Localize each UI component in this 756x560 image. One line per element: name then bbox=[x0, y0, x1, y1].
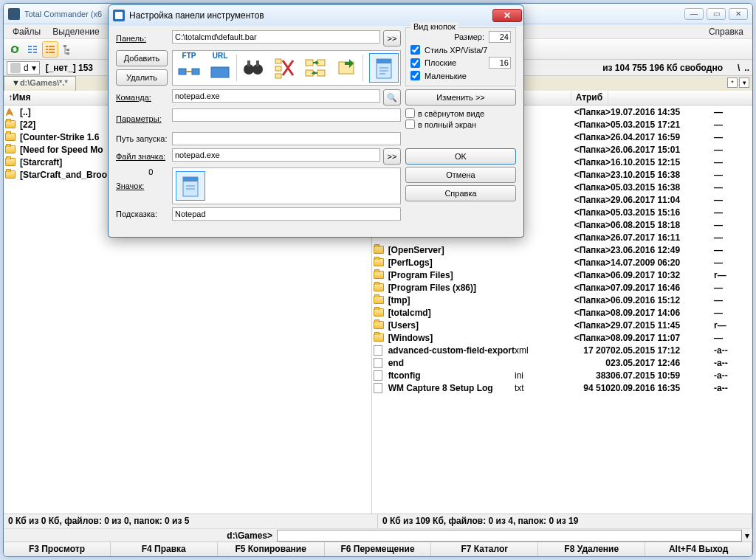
list-item[interactable]: [OpenServer]<Папка>23.06.2016 12:49— bbox=[372, 243, 752, 256]
delete-button[interactable]: Удалить bbox=[116, 69, 168, 86]
style-xp-label: Стиль XP/Vista/7 bbox=[425, 46, 488, 55]
cmdline-input[interactable] bbox=[277, 530, 742, 542]
startpath-input[interactable] bbox=[172, 132, 401, 145]
list-item[interactable]: WM Capture 8 Setup Logtxt94 51020.09.201… bbox=[372, 381, 752, 394]
svg-rect-21 bbox=[256, 61, 259, 66]
style-xp-checkbox[interactable] bbox=[410, 45, 420, 55]
menu-files[interactable]: Файлы bbox=[7, 25, 47, 38]
params-input[interactable] bbox=[172, 108, 401, 122]
refresh-icon[interactable] bbox=[7, 41, 23, 58]
minimize-button[interactable]: — bbox=[684, 8, 704, 20]
iconfile-input[interactable] bbox=[172, 148, 380, 162]
svg-rect-27 bbox=[306, 70, 313, 76]
notepad-icon[interactable] bbox=[369, 53, 399, 83]
svg-rect-11 bbox=[49, 52, 55, 53]
cmdline-dropdown-icon[interactable]: ▾ bbox=[742, 530, 752, 541]
col-attr[interactable]: Атриб bbox=[571, 91, 608, 105]
svg-rect-4 bbox=[33, 49, 37, 50]
drive-selector[interactable]: d ▾ bbox=[7, 61, 40, 75]
panel-path-input[interactable] bbox=[172, 30, 380, 44]
fkey-button[interactable]: F4 Правка bbox=[111, 542, 218, 556]
list-item[interactable]: [Program Files (x86)]<Папка>07.09.2017 1… bbox=[372, 281, 752, 294]
binoculars-icon[interactable] bbox=[238, 53, 268, 83]
flat-checkbox[interactable] bbox=[410, 58, 420, 68]
fkey-button[interactable]: Alt+F4 Выход bbox=[645, 542, 752, 556]
svg-rect-6 bbox=[46, 46, 48, 47]
fkey-button[interactable]: F6 Перемещение bbox=[325, 542, 432, 556]
tree-icon[interactable] bbox=[60, 41, 76, 58]
list-item[interactable]: [Program Files]<Папка>06.09.2017 10:32r— bbox=[372, 269, 752, 281]
list-item[interactable]: [Windows]<Папка>08.09.2017 11:07— bbox=[372, 331, 752, 344]
svg-rect-1 bbox=[28, 49, 32, 50]
tab-left[interactable]: ▼d:\Games\*.* bbox=[4, 76, 76, 91]
panel-browse-button[interactable]: >> bbox=[383, 30, 401, 46]
url-icon[interactable]: URL bbox=[205, 53, 235, 83]
svg-rect-36 bbox=[183, 177, 198, 182]
cancel-button[interactable]: Отмена bbox=[405, 167, 516, 183]
collapsed-checkbox[interactable] bbox=[405, 108, 415, 118]
status-left: 0 Кб из 0 Кб, файлов: 0 из 0, папок: 0 и… bbox=[4, 514, 378, 528]
dialog-close-button[interactable]: ✕ bbox=[492, 9, 522, 22]
iconfile-browse-button[interactable]: >> bbox=[383, 148, 401, 165]
svg-rect-22 bbox=[275, 59, 281, 63]
list-item[interactable]: ftconfigini38306.07.2015 10:59-a-- bbox=[372, 369, 752, 381]
icon-preview-0[interactable] bbox=[176, 171, 205, 201]
command-input[interactable] bbox=[172, 89, 380, 103]
size-input[interactable] bbox=[489, 31, 511, 43]
fullscreen-checkbox[interactable] bbox=[405, 120, 415, 129]
copy-names-icon[interactable] bbox=[331, 53, 361, 83]
params-label: Параметры: bbox=[116, 114, 168, 123]
ftp-icon[interactable]: FTP bbox=[174, 53, 204, 83]
tab-dropdown-icon[interactable]: ▾ bbox=[739, 77, 749, 88]
ok-button[interactable]: OK bbox=[405, 148, 516, 165]
fkey-button[interactable]: F8 Удаление bbox=[538, 542, 645, 556]
fkey-button[interactable]: F3 Просмотр bbox=[4, 542, 111, 556]
status-right: 0 Кб из 109 Кб, файлов: 0 из 4, папок: 0… bbox=[378, 514, 752, 528]
tab-star-icon[interactable]: * bbox=[727, 77, 738, 88]
svg-rect-5 bbox=[33, 52, 37, 53]
folder-icon bbox=[374, 295, 385, 305]
change-button[interactable]: Изменить >> bbox=[405, 89, 516, 106]
flat-label: Плоские bbox=[425, 58, 456, 67]
sync-dirs-icon[interactable] bbox=[300, 53, 330, 83]
svg-rect-7 bbox=[46, 49, 48, 50]
toolbar-config-dialog: Настройка панели инструментов ✕ Панель: … bbox=[108, 4, 524, 238]
list-item[interactable]: [tmp]<Папка>06.09.2016 15:12— bbox=[372, 294, 752, 306]
drive-stats-right: из 104 755 196 Кб свободно bbox=[602, 63, 723, 73]
svg-rect-2 bbox=[28, 52, 32, 53]
cmdline-path: d:\Games> bbox=[4, 530, 277, 541]
close-button[interactable]: ✕ bbox=[729, 8, 748, 20]
maximize-button[interactable]: ▭ bbox=[707, 8, 726, 20]
full-view-icon[interactable] bbox=[42, 41, 58, 58]
iconfile-label: Файл значка: bbox=[116, 152, 168, 161]
list-item[interactable]: [PerfLogs]<Папка>14.07.2009 06:20— bbox=[372, 256, 752, 269]
svg-rect-20 bbox=[247, 61, 250, 66]
toolbar-preview[interactable]: FTP URL bbox=[172, 50, 401, 86]
list-item[interactable]: [totalcmd]<Папка>08.09.2017 14:06— bbox=[372, 306, 752, 319]
list-item[interactable]: advanced-custom-field-exportxml17 20702.… bbox=[372, 344, 752, 356]
menu-help[interactable]: Справка bbox=[703, 25, 749, 38]
icon-preview-list[interactable] bbox=[172, 167, 401, 204]
drive-path-root: \ bbox=[738, 63, 740, 73]
help-button[interactable]: Справка bbox=[405, 185, 516, 201]
rename-tool-icon[interactable] bbox=[269, 53, 299, 83]
folder-icon bbox=[5, 120, 17, 130]
fkey-button[interactable]: F7 Каталог bbox=[431, 542, 538, 556]
size-label: Размер: bbox=[454, 32, 484, 41]
drive-icon bbox=[10, 63, 21, 73]
svg-rect-25 bbox=[306, 60, 313, 66]
flat-size-input[interactable] bbox=[489, 57, 511, 69]
brief-view-icon[interactable] bbox=[24, 41, 41, 58]
folder-icon bbox=[374, 257, 385, 268]
function-keys: F3 ПросмотрF4 ПравкаF5 КопированиеF6 Пер… bbox=[4, 542, 752, 556]
add-button[interactable]: Добавить bbox=[116, 50, 168, 66]
list-item[interactable]: [Users]<Папка>29.07.2015 11:45r— bbox=[372, 319, 752, 331]
menu-selection[interactable]: Выделение bbox=[47, 25, 106, 38]
svg-rect-24 bbox=[275, 74, 281, 78]
hint-input[interactable] bbox=[172, 207, 401, 221]
fkey-button[interactable]: F5 Копирование bbox=[218, 542, 325, 556]
command-browse-button[interactable]: 🔍 bbox=[383, 89, 401, 106]
collapsed-label: в свёрнутом виде bbox=[418, 109, 484, 118]
list-item[interactable]: end023.05.2017 12:46-a-- bbox=[372, 356, 752, 369]
small-checkbox[interactable] bbox=[410, 71, 420, 80]
